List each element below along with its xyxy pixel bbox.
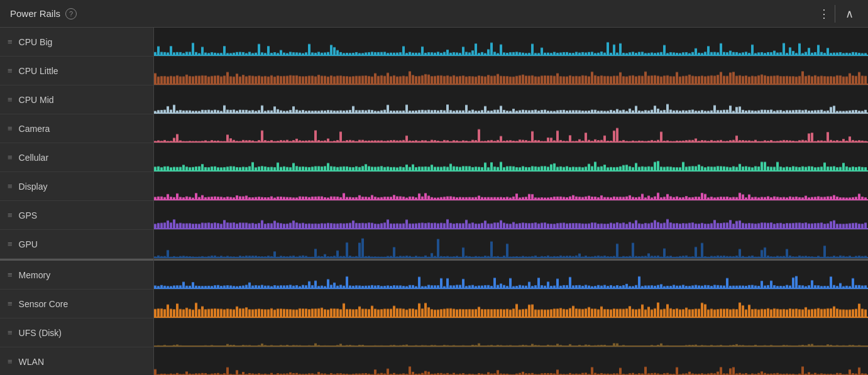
chart-row-wlan [154, 347, 868, 375]
chart-canvas-memory [154, 261, 868, 289]
chart-canvas-ufs_disk [154, 318, 868, 347]
sidebar-item-cellular[interactable]: ≡Cellular [0, 143, 153, 172]
drag-icon: ≡ [8, 66, 13, 75]
sidebar-label: WLAN [19, 357, 44, 367]
charts-area [154, 28, 868, 375]
help-icon[interactable]: ? [65, 8, 77, 19]
app-title: Power Rails [10, 8, 60, 19]
sidebar-label: CPU Big [19, 37, 53, 47]
sidebar-item-cpu_big[interactable]: ≡CPU Big [0, 28, 153, 57]
sidebar-item-display[interactable]: ≡Display [0, 172, 153, 201]
sidebar-label: GPU [19, 239, 38, 249]
sidebar-label: Display [19, 182, 48, 192]
chart-row-camera [154, 114, 868, 143]
drag-icon: ≡ [8, 239, 13, 249]
drag-icon: ≡ [8, 210, 13, 220]
chart-canvas-cpu_little [154, 57, 868, 85]
header-left: Power Rails ? [10, 8, 77, 19]
chart-row-sensor_core [154, 290, 868, 318]
main-content: ≡CPU Big≡CPU Little≡CPU Mid≡Camera≡Cellu… [0, 28, 868, 375]
sidebar-item-memory[interactable]: ≡Memory [0, 261, 153, 290]
chart-row-memory [154, 261, 868, 290]
sidebar-label: Cellular [19, 153, 48, 163]
chart-canvas-cellular [154, 143, 868, 171]
header: Power Rails ? ⋮ ∧ [0, 0, 868, 28]
drag-icon: ≡ [8, 37, 13, 46]
drag-icon: ≡ [8, 95, 13, 104]
chart-row-cpu_big [154, 28, 868, 57]
sidebar-label: CPU Little [19, 66, 58, 76]
sidebar-item-sensor_core[interactable]: ≡Sensor Core [0, 290, 153, 318]
chart-canvas-gpu [154, 230, 868, 258]
chart-row-gps [154, 201, 868, 230]
sidebar-item-camera[interactable]: ≡Camera [0, 114, 153, 143]
drag-icon: ≡ [8, 328, 13, 337]
chart-canvas-wlan [154, 347, 868, 375]
drag-icon: ≡ [8, 124, 13, 133]
header-right: ⋮ ∧ [818, 5, 858, 23]
sidebar-item-ufs_(disk)[interactable]: ≡UFS (Disk) [0, 318, 153, 347]
chart-canvas-camera [154, 114, 868, 143]
sidebar-item-gps[interactable]: ≡GPS [0, 201, 153, 230]
drag-icon: ≡ [8, 299, 13, 308]
chart-row-cpu_mid [154, 85, 868, 114]
sidebar-label: Camera [19, 124, 50, 134]
sidebar-item-wlan[interactable]: ≡WLAN [0, 347, 153, 375]
collapse-button[interactable]: ∧ [840, 5, 858, 23]
sidebar-label: Memory [19, 270, 51, 280]
chart-row-display [154, 172, 868, 201]
chart-row-cellular [154, 143, 868, 172]
sidebar-item-gpu[interactable]: ≡GPU [0, 230, 153, 259]
sidebar-item-cpu_mid[interactable]: ≡CPU Mid [0, 85, 153, 114]
chart-row-gpu [154, 230, 868, 259]
drag-icon: ≡ [8, 182, 13, 191]
drag-icon: ≡ [8, 357, 13, 366]
sidebar-label: GPS [19, 210, 38, 220]
sidebar: ≡CPU Big≡CPU Little≡CPU Mid≡Camera≡Cellu… [0, 28, 154, 375]
sidebar-item-cpu_little[interactable]: ≡CPU Little [0, 57, 153, 85]
sidebar-label: Sensor Core [19, 299, 69, 309]
drag-icon: ≡ [8, 153, 13, 162]
chart-canvas-cpu_mid [154, 85, 868, 114]
chart-canvas-cpu_big [154, 28, 868, 56]
sidebar-label: CPU Mid [19, 95, 54, 105]
drag-icon: ≡ [8, 270, 13, 280]
chart-canvas-gps [154, 201, 868, 229]
chart-row-cpu_little [154, 57, 868, 85]
chart-canvas-display [154, 172, 868, 200]
chart-canvas-sensor_core [154, 290, 868, 318]
chart-row-ufs_disk [154, 318, 868, 347]
sidebar-label: UFS (Disk) [19, 328, 62, 338]
more-options-button[interactable]: ⋮ [818, 5, 835, 23]
